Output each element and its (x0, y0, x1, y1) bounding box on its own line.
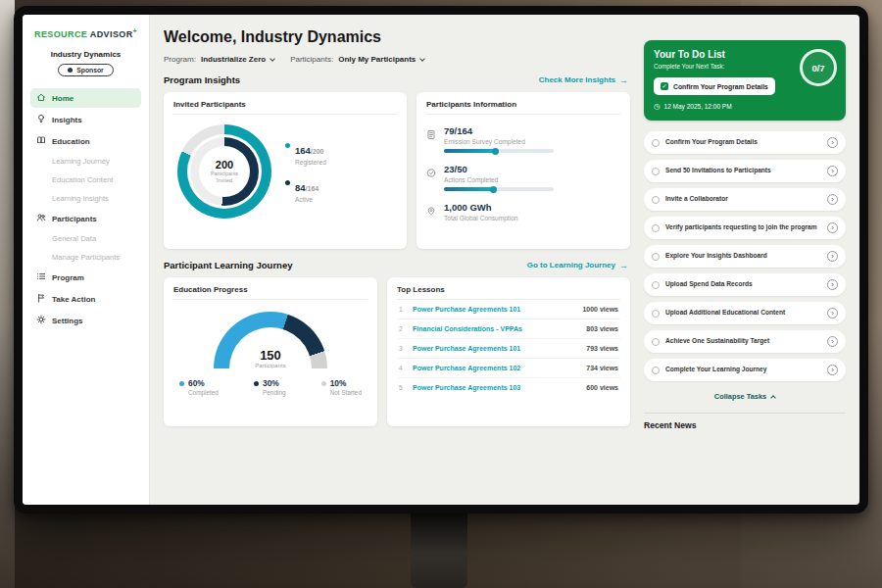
task-chevron-icon[interactable] (827, 222, 838, 233)
progress-fill (444, 149, 497, 153)
sidebar-item-settings[interactable]: Settings (30, 311, 141, 330)
task-checkbox[interactable] (652, 338, 660, 346)
sidebar: RESOURCE ADVISOR+ Industry Dynamics Spon… (23, 15, 150, 505)
task-checkbox[interactable] (652, 253, 660, 261)
sidebar-item-home[interactable]: Home (30, 88, 141, 108)
lesson-row: 4 Power Purchase Agreements 102 734 view… (397, 359, 620, 378)
stat-actions-completed: 23/50 Actions Completed (426, 164, 620, 191)
lesson-link[interactable]: Financial Considerations - VPPAs (413, 325, 579, 332)
take-action-icon (36, 293, 46, 305)
participants-filter-label: Participants: (290, 55, 333, 64)
todo-progress-ring: 0/7 (800, 49, 837, 86)
lesson-row: 1 Power Purchase Agreements 101 1000 vie… (397, 300, 620, 319)
program-filter-dropdown[interactable]: Industrialize Zero (201, 55, 274, 64)
survey-icon (426, 126, 436, 153)
monitor-stand (411, 510, 467, 588)
task-item-confirm-program[interactable]: Confirm Your Program Details (644, 131, 846, 154)
not-started-dot-icon (321, 381, 326, 386)
task-checkbox[interactable] (652, 139, 660, 147)
task-chevron-icon[interactable] (827, 251, 838, 262)
lesson-row: 3 Power Purchase Agreements 101 793 view… (397, 339, 620, 359)
card-title-info: Participants Information (426, 100, 620, 115)
sponsor-badge: Sponsor (58, 64, 114, 76)
sidebar-item-manage-participants[interactable]: Manage Participants (30, 249, 141, 266)
sidebar-nav: Home Insights Education Learning Journey… (30, 88, 141, 330)
participants-filter-value: Only My Participants (338, 55, 416, 64)
chevron-up-icon (770, 395, 776, 401)
task-item-explore-insights[interactable]: Explore Your Insights Dashboard (644, 245, 846, 268)
settings-icon (36, 315, 46, 326)
task-chevron-icon[interactable] (827, 279, 838, 290)
actions-progress-bar (444, 187, 554, 191)
clock-icon (654, 102, 661, 111)
task-chevron-icon[interactable] (827, 137, 838, 148)
sidebar-item-program[interactable]: Program (30, 268, 141, 287)
participants-filter-dropdown[interactable]: Only My Participants (338, 55, 424, 64)
actions-icon (426, 165, 436, 191)
home-icon (36, 92, 46, 104)
logo-plus: + (133, 27, 138, 34)
recent-news-title: Recent News (644, 420, 846, 430)
task-item-achieve-target[interactable]: Achieve One Sustainability Target (644, 330, 846, 353)
task-checkbox[interactable] (652, 168, 660, 175)
lesson-row: 2 Financial Considerations - VPPAs 803 v… (397, 319, 620, 339)
next-task-box[interactable]: Confirm Your Program Details (654, 77, 775, 95)
sidebar-item-insights[interactable]: Insights (30, 110, 141, 129)
chevron-down-icon (419, 56, 425, 62)
lesson-link[interactable]: Power Purchase Agreements 101 (413, 345, 579, 352)
survey-progress-bar (444, 149, 554, 153)
sidebar-item-education-content[interactable]: Education Content (30, 172, 141, 188)
arrow-right-icon (619, 75, 628, 85)
sidebar-item-general-data[interactable]: General Data (30, 230, 141, 247)
lesson-link[interactable]: Power Purchase Agreements 102 (413, 365, 579, 371)
task-item-upload-educational-content[interactable]: Upload Additional Educational Content (644, 302, 846, 324)
app-logo: RESOURCE ADVISOR+ (30, 27, 141, 39)
sidebar-item-participants[interactable]: Participants (30, 209, 141, 228)
task-item-complete-learning-journey[interactable]: Complete Your Learning Journey (644, 359, 846, 381)
sidebar-item-learning-insights[interactable]: Learning Insights (30, 190, 141, 207)
participants-icon (36, 213, 46, 224)
consumption-icon (426, 203, 436, 225)
program-filter-value: Industrialize Zero (201, 55, 266, 64)
logo-text-resource: RESOURCE (34, 29, 87, 39)
task-chevron-icon[interactable] (827, 365, 838, 375)
sidebar-item-learning-journey[interactable]: Learning Journey (30, 153, 141, 170)
invited-participants-card: Invited Participants 200 Participants In… (164, 92, 407, 249)
sponsor-icon (68, 68, 73, 73)
collapse-tasks-button[interactable]: Collapse Tasks (644, 392, 846, 401)
education-gauge-chart: 150 Participants (214, 312, 327, 368)
logo-text-advisor: ADVISOR (90, 29, 133, 39)
task-item-send-invitations[interactable]: Send 50 Invitations to Participants (644, 160, 846, 182)
task-item-upload-spend-data[interactable]: Upload Spend Data Records (644, 273, 846, 296)
task-checkbox[interactable] (652, 367, 660, 374)
task-item-verify-participants[interactable]: Verify participants requesting to join t… (644, 217, 846, 239)
education-progress-card: Education Progress 150 Participants 60% … (164, 277, 377, 426)
stat-emission-survey: 79/164 Emission Survey Completed (426, 125, 620, 153)
check-more-insights-link[interactable]: Check More Insights (539, 75, 628, 85)
task-checkbox[interactable] (652, 281, 660, 289)
task-item-invite-collaborator[interactable]: Invite a Collaborator (644, 188, 846, 211)
lesson-link[interactable]: Power Purchase Agreements 101 (413, 306, 575, 313)
task-chevron-icon[interactable] (827, 166, 838, 176)
sidebar-item-education[interactable]: Education (30, 131, 141, 151)
sidebar-item-take-action[interactable]: Take Action (30, 289, 141, 309)
task-checkbox[interactable] (652, 196, 660, 204)
task-chevron-icon[interactable] (827, 308, 838, 318)
card-title-invited: Invited Participants (173, 100, 397, 115)
top-lessons-card: Top Lessons 1 Power Purchase Agreements … (387, 277, 630, 426)
arrow-right-icon (619, 261, 628, 270)
donut-legend: 164/200 Registered 84/164 Active (285, 140, 326, 203)
lesson-link[interactable]: Power Purchase Agreements 103 (413, 384, 579, 391)
task-checkbox[interactable] (652, 224, 660, 232)
donut-center: 200 Participants Invited (199, 146, 250, 197)
card-title-education: Education Progress (173, 285, 368, 300)
app-window: RESOURCE ADVISOR+ Industry Dynamics Spon… (23, 15, 859, 505)
go-to-learning-journey-link[interactable]: Go to Learning Journey (527, 261, 628, 270)
task-chevron-icon[interactable] (827, 194, 838, 205)
todo-panel: Your To Do List Complete Your Next Task:… (640, 15, 859, 505)
task-chevron-icon[interactable] (827, 336, 838, 347)
task-checkbox[interactable] (652, 310, 660, 318)
checkbox-checked-icon (661, 82, 668, 90)
background-wall-strip (0, 0, 15, 588)
program-filter-label: Program: (164, 55, 196, 64)
